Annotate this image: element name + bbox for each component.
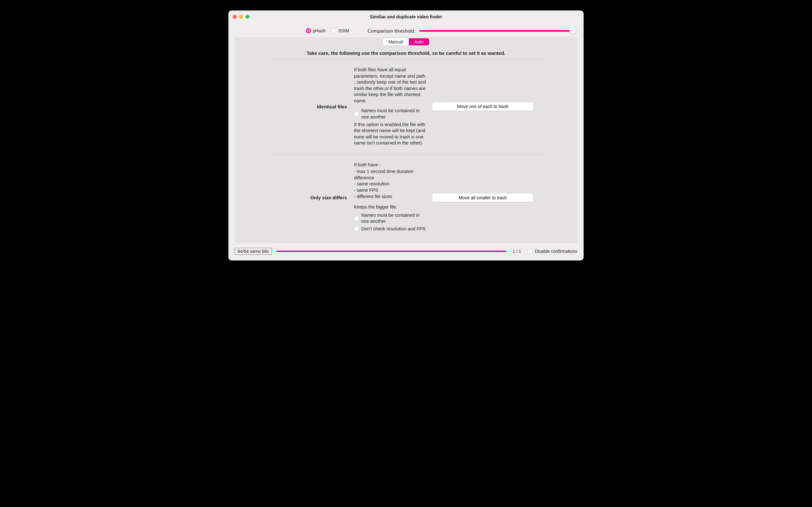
size-bullet: - different file sizes xyxy=(354,193,426,200)
identical-desc-2: If this option is enabled,the file with … xyxy=(354,122,426,147)
threshold-slider[interactable] xyxy=(419,27,576,34)
threshold-control: Comparison threshold: xyxy=(368,27,576,34)
window-controls xyxy=(233,15,249,19)
zoom-icon[interactable] xyxy=(246,15,249,19)
progress-slider[interactable] xyxy=(276,248,506,255)
section-identical-files: Identical files If both files have all e… xyxy=(270,59,542,154)
section-only-size-differs: Only size differs If both have : - max 1… xyxy=(270,154,542,241)
checkbox-icon xyxy=(354,227,359,231)
identical-desc-1: If both files have all equal parameters,… xyxy=(354,67,426,104)
close-icon[interactable] xyxy=(233,15,237,19)
radio-dot-icon xyxy=(331,28,336,33)
checkbox-label: Names must be contained in one another xyxy=(361,108,426,120)
move-smaller-to-trash-button[interactable]: Move all smaller to trash xyxy=(432,193,534,202)
size-intro: If both have : xyxy=(354,162,426,168)
minimize-icon[interactable] xyxy=(239,15,243,19)
radio-ssim[interactable]: SSIM xyxy=(331,28,349,33)
radio-ssim-label: SSIM xyxy=(338,28,349,33)
main-panel: Manual Auto Take care, the following use… xyxy=(235,37,577,243)
page-counter: 1 / 1 xyxy=(511,249,523,254)
slider-track xyxy=(419,30,576,32)
checkbox-names-contained-size[interactable]: Names must be contained in one another xyxy=(354,212,426,225)
radio-phash[interactable]: pHash xyxy=(306,28,325,33)
move-one-to-trash-button[interactable]: Move one of each to trash xyxy=(432,102,534,111)
toolbar: pHash SSIM Comparison threshold: xyxy=(229,23,583,34)
mode-tabs: Manual Auto xyxy=(235,37,577,45)
checkbox-names-contained[interactable]: Names must be contained in one another xyxy=(354,108,426,120)
slider-thumb-icon[interactable] xyxy=(570,27,576,34)
section-description: If both files have all equal parameters,… xyxy=(354,67,426,147)
footer: 64/64 same bits 1 / 1 Disable confirmati… xyxy=(229,243,583,261)
checkbox-label: Don't check resolution and FPS xyxy=(361,226,426,232)
checkbox-label: Names must be contained in one another xyxy=(361,212,426,225)
app-window: Similiar and duplicate video finder pHas… xyxy=(229,10,583,261)
size-keeps: Keeps the bigger file. xyxy=(354,204,426,210)
slider-track xyxy=(276,250,506,252)
tab-manual[interactable]: Manual xyxy=(383,38,409,45)
size-bullet: - max 1 second time duration difference xyxy=(354,169,426,181)
section-label: Only size differs xyxy=(278,195,348,200)
hash-method-group: pHash SSIM xyxy=(306,28,349,33)
radio-dot-icon xyxy=(306,28,311,33)
checkbox-icon xyxy=(354,216,359,221)
threshold-warning: Take care, the following use the compari… xyxy=(235,45,577,59)
threshold-label: Comparison threshold: xyxy=(368,28,415,34)
size-bullet: - same resolution xyxy=(354,181,426,187)
section-label: Identical files xyxy=(278,104,348,109)
tab-auto[interactable]: Auto xyxy=(409,38,429,45)
window-title: Similiar and duplicate video finder xyxy=(370,14,442,19)
radio-phash-label: pHash xyxy=(313,28,325,33)
titlebar: Similiar and duplicate video finder xyxy=(229,10,583,23)
checkbox-disable-confirmations[interactable]: Disable confirmations xyxy=(527,249,577,254)
same-bits-readout: 64/64 same bits xyxy=(235,248,272,255)
section-description: If both have : - max 1 second time durat… xyxy=(354,162,426,233)
size-bullet: - same FPS xyxy=(354,187,426,193)
checkbox-label: Disable confirmations xyxy=(535,249,577,254)
checkbox-dont-check-res-fps[interactable]: Don't check resolution and FPS xyxy=(354,226,426,232)
checkbox-icon xyxy=(354,112,359,116)
checkbox-icon xyxy=(527,249,532,254)
